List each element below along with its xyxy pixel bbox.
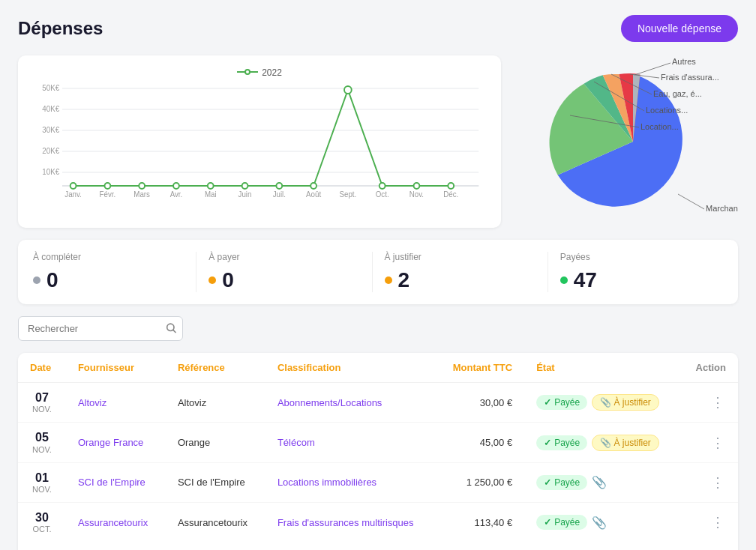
new-expense-button[interactable]: Nouvelle dépense — [621, 15, 738, 42]
summary-payees: Payées 47 — [548, 252, 723, 292]
svg-text:Eau, gaz, é...: Eau, gaz, é... — [653, 89, 702, 98]
line-chart: 50K€ 40K€ 30K€ 20K€ 10K€ Janv. Févr. Mar… — [33, 81, 486, 201]
col-reference: Référence — [166, 353, 266, 383]
cell-reference: Assurancetourix — [166, 503, 266, 543]
cell-etat: Payée📎 À justifier — [524, 383, 680, 423]
cell-date: 05NOV. — [18, 423, 66, 462]
expenses-table: Date Fournisseur Référence Classificatio… — [18, 353, 738, 543]
col-fournisseur: Fournisseur — [66, 353, 166, 383]
table-row: 30OCT.AssurancetourixAssurancetourixFrai… — [18, 503, 738, 543]
svg-point-29 — [242, 183, 248, 189]
col-date: Date — [18, 353, 66, 383]
svg-line-49 — [173, 330, 176, 332]
cell-classification[interactable]: Frais d'assurances multirisques — [266, 503, 436, 543]
svg-point-27 — [173, 183, 179, 189]
svg-text:30K€: 30K€ — [42, 126, 59, 134]
dot-payer — [208, 276, 216, 284]
col-action: Action — [680, 353, 738, 383]
cell-montant: 30,00 € — [436, 383, 524, 423]
svg-point-34 — [414, 183, 420, 189]
summary-card: À compléter 0 À payer 0 À justifier 2 Pa… — [18, 240, 738, 304]
cell-date: 01NOV. — [18, 462, 66, 502]
col-classification: Classification — [266, 353, 436, 383]
svg-point-26 — [139, 183, 145, 189]
svg-point-35 — [448, 183, 454, 189]
cell-montant: 1 250,00 € — [436, 462, 524, 502]
cell-fournisseur[interactable]: Assurancetourix — [66, 503, 166, 543]
dot-payees — [560, 276, 568, 284]
svg-point-31 — [310, 183, 316, 189]
cell-etat: Payée📎 À justifier — [524, 423, 680, 462]
svg-text:50K€: 50K€ — [42, 84, 59, 92]
cell-action[interactable]: ⋮ — [680, 503, 738, 543]
action-menu-button[interactable]: ⋮ — [711, 395, 726, 410]
svg-line-46 — [678, 194, 704, 209]
action-menu-button[interactable]: ⋮ — [711, 475, 726, 490]
cell-fournisseur[interactable]: Orange France — [66, 423, 166, 462]
cell-fournisseur[interactable]: Altoviz — [66, 383, 166, 423]
cell-classification[interactable]: Locations immobilières — [266, 462, 436, 502]
table-row: 01NOV.SCI de l'EmpireSCI de l'EmpireLoca… — [18, 462, 738, 502]
table-header-row: Date Fournisseur Référence Classificatio… — [18, 353, 738, 383]
cell-date: 30OCT. — [18, 503, 66, 543]
summary-a-payer: À payer 0 — [196, 252, 372, 292]
table-row: 07NOV.AltovizAltovizAbonnements/Location… — [18, 383, 738, 423]
dot-completer — [33, 276, 40, 284]
svg-text:Déc.: Déc. — [443, 190, 458, 199]
cell-etat: Payée📎 — [524, 503, 680, 543]
svg-point-30 — [276, 183, 282, 189]
svg-text:Marchandises: Marchandises — [706, 204, 738, 213]
action-menu-button[interactable]: ⋮ — [711, 435, 726, 450]
svg-text:Autres: Autres — [672, 57, 696, 66]
cell-date: 07NOV. — [18, 383, 66, 423]
cell-action[interactable]: ⋮ — [680, 462, 738, 502]
search-button[interactable] — [165, 321, 177, 336]
svg-point-32 — [344, 86, 352, 94]
cell-action[interactable]: ⋮ — [680, 383, 738, 423]
pie-chart-card: Autres Frais d'assura... Eau, gaz, é... … — [513, 55, 738, 228]
chart-legend-2022: 2022 — [237, 67, 282, 78]
svg-text:Location...: Location... — [640, 122, 679, 131]
cell-classification[interactable]: Abonnements/Locations — [266, 383, 436, 423]
svg-point-24 — [70, 183, 76, 189]
svg-text:40K€: 40K€ — [42, 105, 59, 113]
svg-text:Nov.: Nov. — [410, 190, 424, 199]
svg-text:10K€: 10K€ — [42, 168, 59, 176]
cell-reference: SCI de l'Empire — [166, 462, 266, 502]
svg-point-28 — [208, 183, 214, 189]
badge-a-justifier[interactable]: 📎 À justifier — [592, 394, 659, 411]
svg-text:Juil.: Juil. — [273, 190, 286, 199]
svg-text:Oct.: Oct. — [376, 190, 389, 199]
summary-a-completer: À compléter 0 — [33, 252, 196, 292]
cell-reference: Orange — [166, 423, 266, 462]
pie-chart-wrapper: Autres Frais d'assura... Eau, gaz, é... … — [513, 55, 738, 228]
badge-a-justifier[interactable]: 📎 À justifier — [592, 435, 659, 451]
svg-point-33 — [380, 183, 386, 189]
svg-text:Sept.: Sept. — [340, 190, 357, 199]
cell-classification[interactable]: Télécom — [266, 423, 436, 462]
cell-montant: 113,40 € — [436, 503, 524, 543]
svg-text:Locations...: Locations... — [646, 106, 688, 115]
svg-text:Mars: Mars — [134, 190, 150, 199]
summary-a-justifier: À justifier 2 — [373, 252, 548, 292]
pagination: < 1 2 3 4 5 > 10 / page ▾ — [18, 543, 738, 551]
cell-etat: Payée📎 — [524, 462, 680, 502]
svg-text:Févr.: Févr. — [100, 190, 116, 199]
page-title: Dépenses — [18, 18, 103, 39]
expenses-table-card: Date Fournisseur Référence Classificatio… — [18, 353, 738, 550]
action-menu-button[interactable]: ⋮ — [711, 515, 726, 530]
svg-text:Frais d'assura...: Frais d'assura... — [661, 73, 719, 82]
svg-point-25 — [104, 183, 110, 189]
svg-text:Avr.: Avr. — [170, 190, 183, 199]
cell-fournisseur[interactable]: SCI de l'Empire — [66, 462, 166, 502]
svg-text:Août: Août — [306, 190, 321, 199]
attach-icon[interactable]: 📎 — [592, 475, 607, 489]
search-input[interactable] — [18, 316, 183, 341]
attach-icon[interactable]: 📎 — [592, 516, 607, 530]
svg-text:Mai: Mai — [205, 190, 217, 199]
dot-justifier — [385, 276, 392, 284]
table-row: 05NOV.Orange FranceOrangeTélécom45,00 €P… — [18, 423, 738, 462]
svg-text:Juin: Juin — [238, 190, 252, 199]
cell-action[interactable]: ⋮ — [680, 423, 738, 462]
cell-montant: 45,00 € — [436, 423, 524, 462]
